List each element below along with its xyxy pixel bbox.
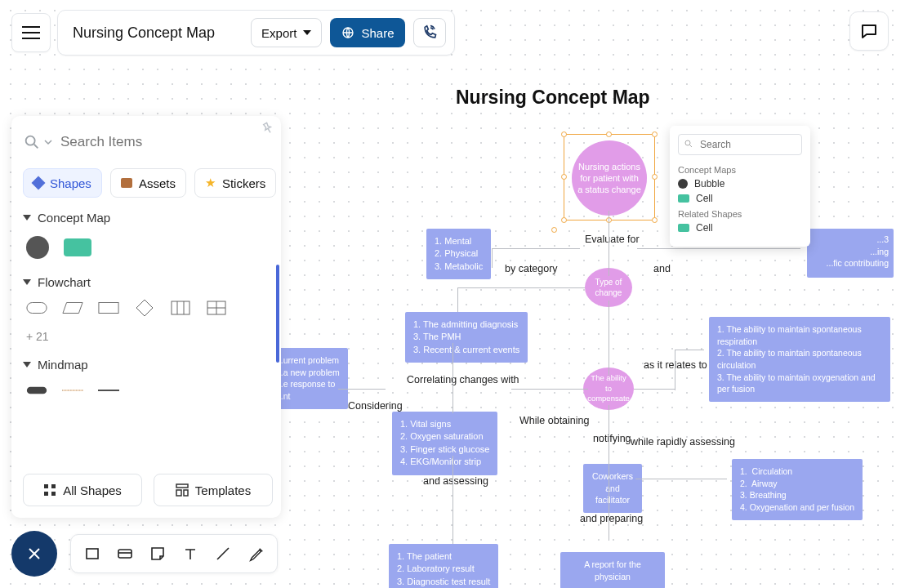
selection-frame[interactable] xyxy=(564,134,655,220)
svg-rect-3 xyxy=(99,303,118,314)
tool-sticky-note[interactable] xyxy=(149,546,166,562)
label-and: and xyxy=(653,263,671,274)
grid-icon xyxy=(43,483,56,497)
search-icon xyxy=(23,133,41,151)
export-label: Export xyxy=(261,26,296,40)
box-resp[interactable]: 1. The ability to maintain spontaneous r… xyxy=(709,317,890,402)
share-label: Share xyxy=(361,26,394,40)
popup-search-input[interactable] xyxy=(678,134,802,155)
tool-text[interactable] xyxy=(182,546,198,562)
shape-parallelogram[interactable] xyxy=(62,301,83,315)
svg-rect-15 xyxy=(176,490,181,496)
svg-rect-6 xyxy=(27,387,47,394)
popup-item-cell-2[interactable]: Cell xyxy=(678,222,802,234)
globe-icon xyxy=(341,26,354,39)
svg-rect-10 xyxy=(44,484,48,488)
label-bycat: by category xyxy=(505,263,558,274)
connector xyxy=(675,350,675,390)
close-panel-fab[interactable] xyxy=(11,531,57,577)
shape-diamond[interactable] xyxy=(134,301,155,315)
comments-button[interactable] xyxy=(849,11,889,51)
popup-item-cell-1[interactable]: Cell xyxy=(678,193,802,204)
triangle-down-icon xyxy=(23,279,31,285)
quick-shapes-toolbar xyxy=(70,534,278,573)
call-button[interactable] xyxy=(413,18,446,47)
label-andprep: and preparing xyxy=(580,513,643,524)
connector xyxy=(634,389,675,390)
scrollbar-thumb[interactable] xyxy=(276,265,279,363)
assets-icon xyxy=(121,178,132,188)
triangle-down-icon xyxy=(23,362,31,368)
label-notifying: notifying xyxy=(593,433,631,444)
connector xyxy=(635,479,727,479)
more-shapes-count[interactable]: + 21 xyxy=(26,330,273,343)
templates-button[interactable]: Templates xyxy=(154,474,273,506)
bubble-icon xyxy=(678,179,688,189)
tool-highlighter[interactable] xyxy=(247,546,264,562)
tab-assets[interactable]: Assets xyxy=(110,168,186,198)
connector xyxy=(675,350,704,350)
shape-bubble[interactable] xyxy=(26,236,49,259)
tool-card[interactable] xyxy=(117,546,133,562)
popup-item-bubble[interactable]: Bubble xyxy=(678,178,802,189)
box-circ[interactable]: 1. Circulation 2. Airway 3. Breathing 4.… xyxy=(732,459,863,520)
triangle-down-icon xyxy=(23,215,31,220)
box-left-edge[interactable]: ...urrent problem ...a new problem ...e … xyxy=(274,348,348,409)
shape-table-1[interactable] xyxy=(170,301,191,315)
library-search-input[interactable] xyxy=(60,127,273,157)
connector xyxy=(609,301,609,376)
tab-shapes[interactable]: Shapes xyxy=(23,168,102,198)
svg-rect-4 xyxy=(172,301,189,314)
menu-button[interactable] xyxy=(11,13,51,52)
shapes-icon xyxy=(32,176,46,190)
svg-point-21 xyxy=(685,140,690,145)
shape-cell[interactable] xyxy=(64,238,91,256)
connector xyxy=(511,389,588,390)
svg-point-1 xyxy=(26,136,35,145)
tool-rectangle[interactable] xyxy=(84,546,100,562)
svg-rect-12 xyxy=(44,492,48,496)
label-correlating: Correlating changes with xyxy=(407,374,519,385)
box-correlating[interactable]: 1. The admitting diagnosis 3. The PMH 3.… xyxy=(405,312,528,363)
label-evaluate: Evaluate for xyxy=(585,234,640,245)
label-considering: Considering xyxy=(348,400,403,412)
box-vitals[interactable]: 1. Vital signs 2. Oxygen saturation 3. F… xyxy=(392,412,497,475)
chat-bubble-icon xyxy=(859,21,879,41)
shape-table-2[interactable] xyxy=(206,301,227,315)
svg-rect-18 xyxy=(118,550,132,558)
section-flowchart[interactable]: Flowchart xyxy=(23,275,273,289)
svg-line-20 xyxy=(217,548,229,559)
share-button[interactable]: Share xyxy=(330,18,405,47)
svg-rect-17 xyxy=(87,549,98,559)
node-report[interactable]: A report for the physician xyxy=(560,552,665,588)
tool-line[interactable] xyxy=(215,546,231,562)
shape-rectangle[interactable] xyxy=(98,301,119,315)
section-concept-map[interactable]: Concept Map xyxy=(23,211,273,225)
connector xyxy=(457,287,585,288)
svg-rect-11 xyxy=(51,484,56,488)
label-whileobt: While obtaining xyxy=(519,415,589,426)
star-icon: ★ xyxy=(205,176,216,190)
label-andassess: and assessing xyxy=(423,475,488,487)
shape-terminator[interactable] xyxy=(26,301,47,315)
box-categories[interactable]: 1. Mental 2. Physical 3. Metabolic xyxy=(426,229,491,279)
popup-group-1: Concept Maps xyxy=(678,165,802,175)
export-button[interactable]: Export xyxy=(251,18,322,47)
connector xyxy=(452,456,453,544)
connector xyxy=(457,287,458,312)
box-patient[interactable]: 1. The patient 2. Laboratory result 3. D… xyxy=(389,544,498,588)
node-coworkers[interactable]: Coworkers and facilitator xyxy=(583,464,642,513)
connector xyxy=(609,211,609,276)
shape-mindmap-1[interactable] xyxy=(26,383,47,398)
shape-mindmap-2[interactable] xyxy=(62,383,83,398)
section-mindmap[interactable]: Mindmap xyxy=(23,358,273,372)
box-right-peek[interactable]: ...3 ...ing ...fic contributing xyxy=(807,229,894,278)
phone-icon xyxy=(421,24,438,41)
tab-stickers[interactable]: ★Stickers xyxy=(194,168,276,198)
svg-rect-2 xyxy=(27,303,47,314)
title-bar: Nursing Concept Map Export Share xyxy=(57,10,455,56)
all-shapes-button[interactable]: All Shapes xyxy=(23,474,142,506)
close-icon xyxy=(26,546,42,562)
shape-mindmap-3[interactable] xyxy=(98,383,119,398)
document-title[interactable]: Nursing Concept Map xyxy=(73,24,215,42)
